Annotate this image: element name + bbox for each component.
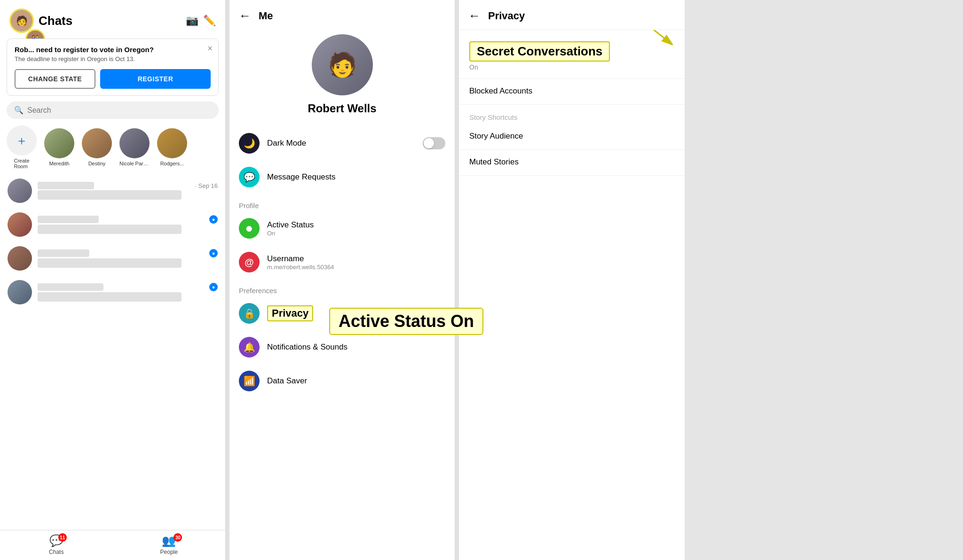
unread-badge: ●: [209, 283, 218, 291]
story-item-4[interactable]: Rodgers...: [157, 128, 187, 166]
chat-list: · Sep 16 ● ●: [0, 174, 225, 530]
edit-icon[interactable]: ✏️: [203, 15, 216, 27]
camera-icon[interactable]: 📷: [186, 15, 198, 27]
story-audience-label: Story Audience: [469, 132, 674, 141]
active-status-sub: On: [267, 230, 445, 237]
right-panel: ← Privacy Secret Conversations On Blocke…: [459, 0, 685, 560]
create-room-icon: ＋: [7, 125, 37, 156]
create-room-story[interactable]: ＋ CreateRoom: [7, 125, 37, 169]
chat-info: ●: [38, 249, 218, 268]
active-status-text: Active Status On: [267, 220, 445, 237]
svg-line-0: [647, 30, 671, 43]
chat-preview: [38, 225, 182, 234]
story-item-2[interactable]: Destiny: [82, 128, 112, 166]
vote-actions: CHANGE STATE REGISTER: [15, 69, 211, 89]
muted-stories-label: Muted Stories: [469, 157, 674, 167]
close-icon[interactable]: ×: [207, 44, 213, 54]
story-label-4: Rodgers...: [160, 161, 184, 166]
chat-avatar: [8, 280, 32, 304]
people-badge: 30: [174, 533, 182, 542]
search-bar: 🔍: [7, 101, 219, 119]
message-requests-text: Message Requests: [267, 172, 445, 182]
table-row[interactable]: ●: [0, 241, 225, 275]
chat-preview: [38, 292, 182, 302]
story-item-1[interactable]: Meredith: [44, 128, 74, 166]
people-nav-label: People: [160, 549, 178, 555]
story-avatar-1: [44, 128, 74, 158]
notifications-text: Notifications & Sounds: [267, 342, 445, 352]
chat-name: [38, 182, 94, 189]
profile-section-header: Profile: [229, 194, 455, 211]
notifications-item[interactable]: 🔔 Notifications & Sounds: [229, 330, 455, 364]
username-sub: m.me/robert.wells.50364: [267, 264, 445, 271]
privacy-callout-label: Privacy: [267, 305, 313, 321]
create-room-label: CreateRoom: [14, 158, 29, 169]
notifications-label: Notifications & Sounds: [267, 342, 445, 352]
chat-avatar: [8, 179, 32, 203]
search-icon: 🔍: [14, 106, 24, 115]
table-row[interactable]: ●: [0, 208, 225, 241]
story-label-3: Nicole Park...: [119, 161, 150, 166]
story-avatar-2: [82, 128, 112, 158]
bottom-nav: 11 💬 Chats 30 👥 People: [0, 530, 225, 560]
vote-banner: × Rob... need to register to vote in Ore…: [7, 39, 219, 96]
back-arrow-icon[interactable]: ←: [468, 8, 481, 23]
story-avatar-4: [157, 128, 187, 158]
story-avatar-3: [119, 128, 150, 158]
chats-nav-label: Chats: [49, 549, 63, 555]
secret-conversations-sub: On: [469, 63, 674, 71]
username-text: Username m.me/robert.wells.50364: [267, 254, 445, 271]
blocked-accounts-item[interactable]: Blocked Accounts: [459, 79, 685, 105]
message-requests-icon: 💬: [239, 167, 260, 187]
chat-time: · Sep 16: [195, 182, 218, 189]
data-saver-label: Data Saver: [267, 376, 445, 386]
privacy-header: ← Privacy: [459, 0, 685, 30]
chats-title: Chats: [39, 14, 181, 28]
secret-conversations-item[interactable]: Secret Conversations On: [459, 34, 685, 79]
preferences-section-header: Preferences: [229, 279, 455, 296]
chat-avatar: [8, 246, 32, 271]
register-button[interactable]: REGISTER: [100, 69, 211, 89]
back-icon[interactable]: ←: [239, 8, 251, 23]
data-saver-icon: 📶: [239, 371, 260, 391]
change-state-button[interactable]: CHANGE STATE: [15, 69, 95, 89]
story-label-1: Meredith: [49, 161, 70, 166]
story-label-2: Destiny: [88, 161, 106, 166]
dark-mode-text: Dark Mode: [267, 139, 415, 148]
username-icon: @: [239, 252, 260, 272]
table-row[interactable]: ●: [0, 275, 225, 309]
chat-preview: [38, 190, 182, 200]
dark-mode-toggle[interactable]: [423, 137, 445, 149]
profile-name: Robert Wells: [308, 102, 376, 115]
profile-section: 🧑 Robert Wells: [229, 30, 455, 126]
active-status-item[interactable]: ● Active Status On: [229, 211, 455, 245]
message-requests-label: Message Requests: [267, 172, 445, 182]
stories-row: ＋ CreateRoom Meredith Destiny Nicole Par…: [0, 125, 225, 174]
privacy-title: Privacy: [488, 10, 525, 22]
vote-title: Rob... need to register to vote in Orego…: [15, 46, 211, 54]
unread-badge: ●: [209, 249, 218, 257]
unread-badge: ●: [209, 215, 218, 224]
me-title: Me: [259, 10, 273, 22]
me-header: ← Me: [229, 0, 455, 30]
table-row[interactable]: · Sep 16: [0, 174, 225, 208]
nav-chats[interactable]: 11 💬 Chats: [0, 534, 113, 555]
user-avatar[interactable]: 🧑: [9, 8, 34, 33]
privacy-item[interactable]: 🔒 Privacy: [229, 296, 455, 330]
username-item[interactable]: @ Username m.me/robert.wells.50364: [229, 245, 455, 279]
data-saver-text: Data Saver: [267, 376, 445, 386]
data-saver-item[interactable]: 📶 Data Saver: [229, 364, 455, 398]
chat-name: [38, 283, 103, 291]
dark-mode-item[interactable]: 🌙 Dark Mode: [229, 126, 455, 160]
story-audience-item[interactable]: Story Audience: [459, 124, 685, 150]
chat-info: ●: [38, 215, 218, 234]
nav-people[interactable]: 30 👥 People: [113, 534, 226, 555]
muted-stories-item[interactable]: Muted Stories: [459, 150, 685, 176]
message-requests-item[interactable]: 💬 Message Requests: [229, 160, 455, 194]
chat-preview: [38, 258, 182, 268]
mid-panel: ← Me 🧑 Robert Wells 🌙 Dark Mode 💬 Messag…: [229, 0, 455, 560]
chats-header: 🧑 👫 Chats 📷 ✏️: [0, 0, 225, 39]
privacy-icon: 🔒: [239, 303, 260, 324]
search-input[interactable]: [27, 106, 211, 115]
story-item-3[interactable]: Nicole Park...: [119, 128, 150, 166]
